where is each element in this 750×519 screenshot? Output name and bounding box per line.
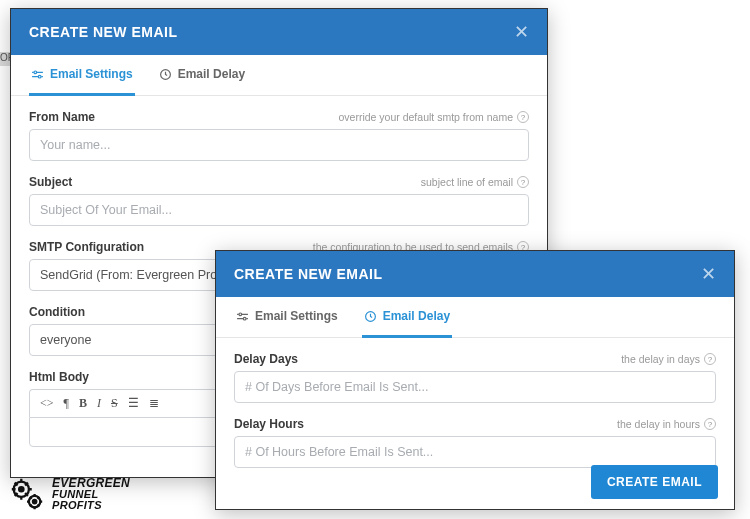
field-label: Html Body — [29, 370, 89, 384]
tab-label: Email Delay — [383, 309, 450, 323]
field-delay-days: Delay Days the delay in days? — [234, 352, 716, 403]
field-subject: Subject subject line of email? — [29, 175, 529, 226]
background-fragment: OF — [0, 52, 10, 66]
field-hint: override your default smtp from name? — [339, 111, 530, 123]
sliders-icon — [31, 68, 44, 81]
help-icon[interactable]: ? — [704, 353, 716, 365]
field-label: Delay Hours — [234, 417, 304, 431]
field-label: From Name — [29, 110, 95, 124]
delay-days-input[interactable] — [234, 371, 716, 403]
subject-input[interactable] — [29, 194, 529, 226]
help-icon[interactable]: ? — [704, 418, 716, 430]
sliders-icon — [236, 310, 249, 323]
clock-icon — [159, 68, 172, 81]
field-label: Delay Days — [234, 352, 298, 366]
svg-point-9 — [33, 500, 36, 503]
close-icon[interactable]: ✕ — [514, 23, 530, 41]
modal-header: CREATE NEW EMAIL ✕ — [216, 251, 734, 297]
field-delay-hours: Delay Hours the delay in hours? — [234, 417, 716, 468]
svg-point-4 — [243, 317, 246, 320]
tab-bar: Email Settings Email Delay — [11, 55, 547, 96]
rte-ol-icon[interactable]: ≣ — [149, 396, 159, 411]
rte-ul-icon[interactable]: ☰ — [128, 396, 139, 411]
tab-label: Email Settings — [255, 309, 338, 323]
svg-point-3 — [239, 312, 242, 315]
field-hint: subject line of email? — [421, 176, 529, 188]
modal-title: CREATE NEW EMAIL — [234, 266, 383, 282]
tab-email-settings[interactable]: Email Settings — [29, 55, 135, 96]
tab-email-delay[interactable]: Email Delay — [362, 297, 452, 338]
field-label: Condition — [29, 305, 85, 319]
from-name-input[interactable] — [29, 129, 529, 161]
tab-label: Email Settings — [50, 67, 133, 81]
svg-point-1 — [38, 75, 41, 78]
help-icon[interactable]: ? — [517, 176, 529, 188]
modal-title: CREATE NEW EMAIL — [29, 24, 178, 40]
delay-hours-input[interactable] — [234, 436, 716, 468]
field-label: Subject — [29, 175, 72, 189]
tab-bar: Email Settings Email Delay — [216, 297, 734, 338]
svg-point-0 — [34, 70, 37, 73]
create-email-modal-delay: CREATE NEW EMAIL ✕ Email Settings Email … — [215, 250, 735, 510]
create-email-button[interactable]: CREATE EMAIL — [591, 465, 718, 499]
brand-logo: EVERGREEN FUNNEL PROFITS — [0, 469, 138, 519]
rte-italic-icon[interactable]: I — [97, 396, 101, 411]
svg-point-7 — [19, 487, 23, 491]
field-label: SMTP Configuration — [29, 240, 144, 254]
clock-icon — [364, 310, 377, 323]
help-icon[interactable]: ? — [517, 111, 529, 123]
gears-icon — [8, 475, 46, 513]
rte-code-icon[interactable]: <> — [40, 396, 54, 411]
field-from-name: From Name override your default smtp fro… — [29, 110, 529, 161]
field-hint: the delay in days? — [621, 353, 716, 365]
modal-header: CREATE NEW EMAIL ✕ — [11, 9, 547, 55]
rte-strike-icon[interactable]: S — [111, 396, 118, 411]
field-hint: the delay in hours? — [617, 418, 716, 430]
rte-paragraph-icon[interactable]: ¶ — [64, 396, 69, 411]
close-icon[interactable]: ✕ — [701, 265, 717, 283]
tab-label: Email Delay — [178, 67, 245, 81]
tab-email-settings[interactable]: Email Settings — [234, 297, 340, 338]
brand-text: EVERGREEN FUNNEL PROFITS — [52, 478, 130, 510]
tab-email-delay[interactable]: Email Delay — [157, 55, 247, 96]
rte-bold-icon[interactable]: B — [79, 396, 87, 411]
